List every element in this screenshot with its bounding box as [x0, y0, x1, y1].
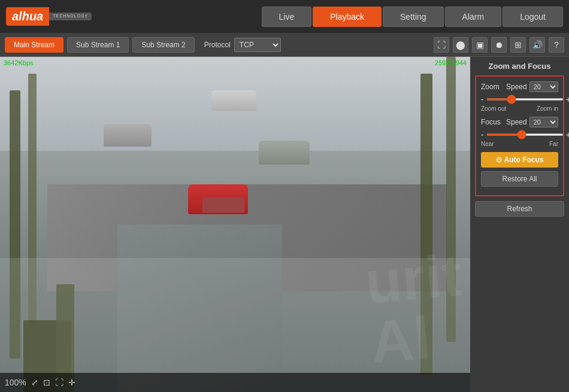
- protocol-label: Protocol: [204, 41, 231, 49]
- nav-live[interactable]: Live: [262, 7, 312, 27]
- nav-alarm[interactable]: Alarm: [445, 7, 502, 27]
- record-icon[interactable]: ⏺: [491, 37, 507, 53]
- toolbar-icons: ⛶ ⬤ ▣ ⏺ ⊞ 🔊 ?: [434, 37, 564, 53]
- refresh-btn[interactable]: Refresh: [475, 201, 564, 217]
- auto-focus-label: Auto Focus: [504, 156, 544, 164]
- zoom-control-row: Zoom Speed 20 12351050: [481, 81, 558, 92]
- help-icon[interactable]: ?: [549, 37, 564, 53]
- local-record-icon[interactable]: ▣: [472, 37, 488, 53]
- video-area[interactable]: 3642Kbps 2592*1944 2018-12-22 13:19:04 u…: [0, 57, 470, 392]
- nav-setting[interactable]: Setting: [383, 7, 444, 27]
- zoom-minus-btn[interactable]: -: [481, 95, 484, 104]
- far-label: Far: [549, 141, 558, 147]
- zoom-speed-select[interactable]: 20 12351050: [529, 81, 558, 92]
- zoom-plus-btn[interactable]: +: [566, 95, 569, 104]
- main: 3642Kbps 2592*1944 2018-12-22 13:19:04 u…: [0, 57, 569, 392]
- nav-playback[interactable]: Playback: [313, 7, 382, 27]
- focus-minus-btn[interactable]: -: [481, 130, 484, 139]
- nav: Live Playback Setting Alarm Logout: [262, 7, 563, 27]
- near-label: Near: [481, 141, 494, 147]
- sub-stream-1-btn[interactable]: Sub Stream 1: [67, 37, 129, 53]
- bitrate-display: 3642Kbps: [4, 59, 34, 66]
- focus-labels: Near Far: [481, 141, 558, 147]
- camera-scene: [0, 57, 470, 392]
- focus-slider[interactable]: [486, 133, 564, 136]
- focus-label: Focus: [481, 118, 504, 126]
- auto-focus-btn[interactable]: ⊙ Auto Focus: [481, 152, 558, 168]
- zoom-in-label: Zoom in: [537, 105, 558, 112]
- zoom-label: Zoom: [481, 83, 504, 91]
- logo-sub: TECHNOLOGY: [53, 14, 88, 19]
- bottom-bar: 100% ⤢ ⊡ ⛶ ✛: [0, 373, 470, 392]
- logo-text: alhua: [12, 10, 43, 23]
- resolution-display: 2592*1944: [435, 59, 467, 66]
- auto-focus-icon: ⊙: [496, 156, 502, 164]
- zoom-labels: Zoom out Zoom in: [481, 105, 558, 112]
- sub-stream-2-btn[interactable]: Sub Stream 2: [132, 37, 194, 53]
- focus-speed-label: Speed: [506, 118, 527, 126]
- focus-control-row: Focus Speed 20 12351050: [481, 117, 558, 127]
- fullscreen-bottom-icon[interactable]: ⛶: [55, 378, 63, 387]
- zoom-icon[interactable]: ⊞: [510, 37, 526, 53]
- focus-slider-row: - +: [481, 130, 558, 139]
- zoom-percent: 100%: [5, 378, 26, 387]
- snapshot-icon[interactable]: ⬤: [453, 37, 468, 53]
- focus-plus-btn[interactable]: +: [566, 130, 569, 139]
- right-panel: Zoom and Focus Zoom Speed 20 12351050 - …: [470, 57, 569, 392]
- focus-speed-select[interactable]: 20 12351050: [529, 117, 558, 127]
- audio-icon[interactable]: 🔊: [529, 37, 545, 53]
- panel-title: Zoom and Focus: [475, 62, 564, 71]
- protocol-select[interactable]: TCP UDP Multicast: [234, 38, 281, 52]
- restore-all-btn[interactable]: Restore All: [481, 171, 558, 187]
- zoom-out-label: Zoom out: [481, 105, 506, 112]
- toolbar: Main Stream Sub Stream 1 Sub Stream 2 Pr…: [0, 33, 569, 57]
- fit-screen-icon[interactable]: ⤢: [31, 378, 38, 387]
- logo: alhua TECHNOLOGY: [6, 7, 92, 26]
- ptz-icon[interactable]: ✛: [68, 378, 75, 387]
- actual-size-icon[interactable]: ⊡: [43, 378, 50, 387]
- zoom-slider-row: - +: [481, 95, 558, 104]
- zoom-focus-box: Zoom Speed 20 12351050 - + Zoom out Zoom…: [475, 75, 564, 196]
- zoom-speed-label: Speed: [506, 83, 527, 91]
- zoom-slider[interactable]: [486, 98, 564, 101]
- nav-logout[interactable]: Logout: [503, 7, 563, 27]
- fullscreen-icon[interactable]: ⛶: [434, 37, 449, 53]
- header: alhua TECHNOLOGY Live Playback Setting A…: [0, 0, 569, 33]
- main-stream-btn[interactable]: Main Stream: [5, 37, 63, 53]
